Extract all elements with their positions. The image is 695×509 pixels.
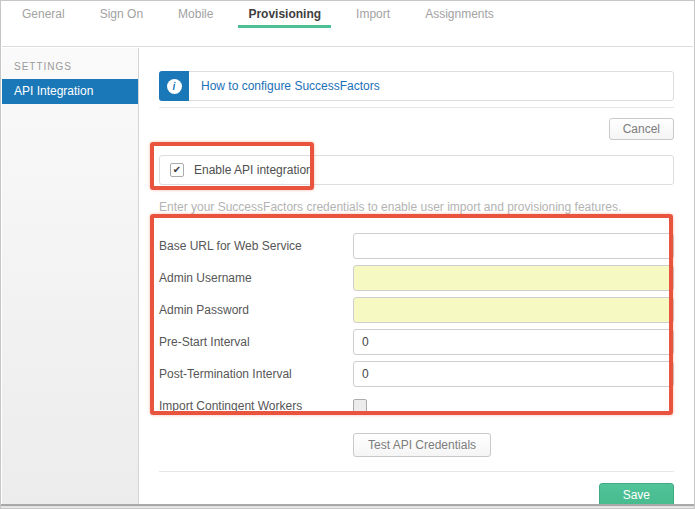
- enable-api-box: ✔ Enable API integration: [159, 155, 674, 185]
- tab-assignments[interactable]: Assignments: [415, 1, 504, 28]
- test-api-credentials-button[interactable]: Test API Credentials: [353, 433, 491, 457]
- form-row-import-contingent-workers: Import Contingent Workers: [159, 399, 674, 413]
- window-bottom-edge: [1, 504, 694, 508]
- admin-password-label: Admin Password: [159, 303, 353, 317]
- credentials-form: Base URL for Web Service Admin Username …: [159, 233, 674, 413]
- tab-import[interactable]: Import: [346, 1, 400, 28]
- form-row-base-url: Base URL for Web Service: [159, 233, 674, 259]
- tab-mobile[interactable]: Mobile: [168, 1, 223, 28]
- pre-start-interval-label: Pre-Start Interval: [159, 335, 353, 349]
- form-row-admin-username: Admin Username: [159, 265, 674, 291]
- footer-divider: [159, 471, 674, 472]
- admin-password-input[interactable]: [353, 297, 674, 323]
- import-contingent-workers-label: Import Contingent Workers: [159, 399, 353, 413]
- tab-provisioning[interactable]: Provisioning: [238, 1, 331, 28]
- configure-help-link[interactable]: How to configure SuccessFactors: [189, 72, 380, 100]
- post-termination-interval-label: Post-Termination Interval: [159, 367, 353, 381]
- info-icon: i: [167, 79, 182, 94]
- settings-sidebar: SETTINGS API Integration: [2, 48, 139, 504]
- form-row-post-termination-interval: Post-Termination Interval: [159, 361, 674, 387]
- main-content: i How to configure SuccessFactors Cancel…: [139, 48, 693, 504]
- cancel-button[interactable]: Cancel: [609, 118, 674, 140]
- enable-api-label: Enable API integration: [194, 163, 313, 177]
- tab-bar: General Sign On Mobile Provisioning Impo…: [2, 1, 693, 47]
- save-button[interactable]: Save: [599, 483, 674, 504]
- tab-sign-on[interactable]: Sign On: [90, 1, 153, 28]
- section-divider: [159, 107, 674, 108]
- sidebar-item-api-integration[interactable]: API Integration: [2, 79, 138, 104]
- pre-start-interval-input[interactable]: [353, 329, 674, 355]
- enable-api-checkbox[interactable]: ✔: [170, 163, 184, 177]
- form-row-pre-start-interval: Pre-Start Interval: [159, 329, 674, 355]
- credentials-description: Enter your SuccessFactors credentials to…: [159, 200, 674, 214]
- tab-general[interactable]: General: [12, 1, 75, 28]
- admin-username-input[interactable]: [353, 265, 674, 291]
- post-termination-interval-input[interactable]: [353, 361, 674, 387]
- cancel-row: Cancel: [159, 118, 674, 139]
- save-row: Save: [159, 483, 674, 504]
- base-url-input[interactable]: [353, 233, 674, 259]
- form-row-admin-password: Admin Password: [159, 297, 674, 323]
- base-url-label: Base URL for Web Service: [159, 239, 353, 253]
- admin-username-label: Admin Username: [159, 271, 353, 285]
- banner-icon-block: i: [159, 71, 189, 101]
- sidebar-heading: SETTINGS: [14, 61, 138, 72]
- help-banner: i How to configure SuccessFactors: [159, 71, 674, 101]
- app-window: General Sign On Mobile Provisioning Impo…: [0, 0, 695, 509]
- import-contingent-workers-checkbox[interactable]: [353, 399, 367, 413]
